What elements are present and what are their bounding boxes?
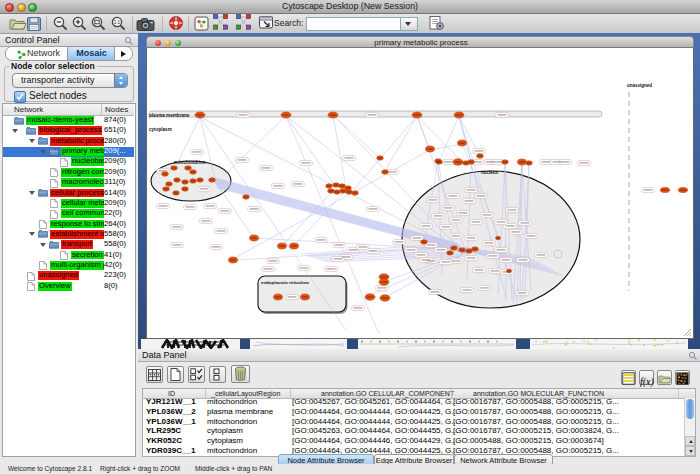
svg-text:unassigned: unassigned [627, 83, 652, 88]
svg-text:nucleus: nucleus [481, 170, 499, 175]
svg-text:cytoplasm: cytoplasm [149, 127, 172, 132]
svg-text:1:1: 1:1 [114, 20, 121, 25]
svg-text:plasma membrane: plasma membrane [149, 113, 190, 118]
svg-text:endoplasmic reticulum: endoplasmic reticulum [261, 280, 309, 285]
